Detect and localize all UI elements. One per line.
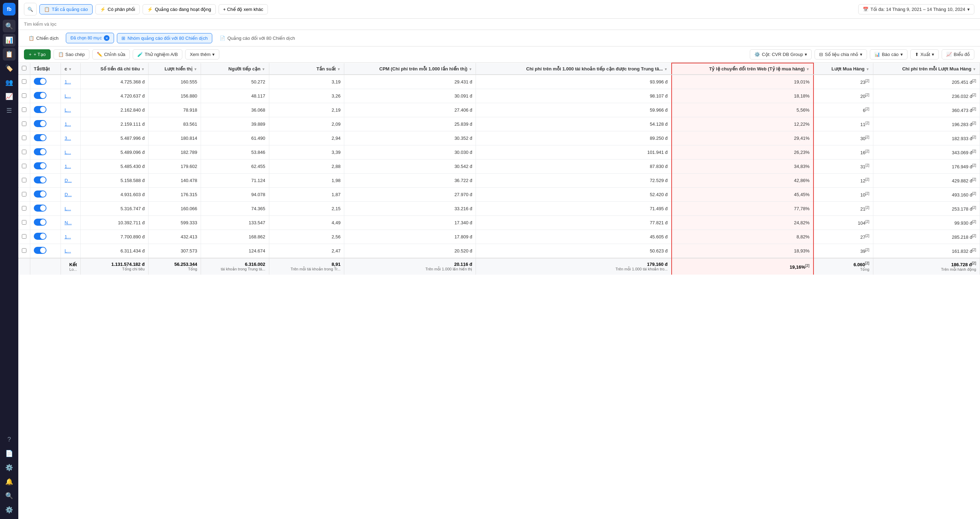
row-checkbox-2[interactable] <box>22 107 26 112</box>
campaign-link-2[interactable]: L... <box>64 107 71 113</box>
sidebar-icon-search2[interactable]: 🔍 <box>3 489 16 502</box>
ab-test-button[interactable]: 🧪 Thử nghiệm A/B <box>133 49 182 59</box>
campaign-link-12[interactable]: L... <box>64 248 71 253</box>
toggle-switch-7[interactable] <box>34 177 46 183</box>
row-checkbox-cell-4[interactable] <box>18 131 30 145</box>
sidebar-icon-analytics[interactable]: 📈 <box>3 90 16 103</box>
sort-spend-icon[interactable]: ▼ <box>141 67 145 71</box>
row-checkbox-0[interactable] <box>22 79 26 84</box>
campaign-link-6[interactable]: 1... <box>64 164 71 169</box>
sort-cpm-icon[interactable]: ▼ <box>469 67 473 71</box>
select-all-header[interactable] <box>18 63 30 75</box>
row-name-7[interactable]: D... <box>61 174 81 188</box>
row-toggle-4[interactable] <box>30 131 61 145</box>
toggle-switch-6[interactable] <box>34 162 46 169</box>
row-toggle-9[interactable] <box>30 202 61 216</box>
row-name-8[interactable]: D... <box>61 188 81 202</box>
column-selector[interactable]: ⚙️ Cột: CVR DB Group ▾ <box>750 49 812 59</box>
row-checkbox-3[interactable] <box>22 121 26 126</box>
sort-purchases-icon[interactable]: ▼ <box>866 67 869 71</box>
sort-cpr-icon[interactable]: ▼ <box>664 67 668 71</box>
campaign-link-5[interactable]: L... <box>64 150 71 155</box>
row-checkbox-cell-0[interactable] <box>18 75 30 89</box>
toggle-switch-0[interactable] <box>34 78 46 85</box>
sidebar-icon-search[interactable]: 🔍 <box>3 20 16 32</box>
campaign-link-3[interactable]: 1... <box>64 121 71 127</box>
select-all-checkbox[interactable] <box>22 66 26 70</box>
row-checkbox-cell-8[interactable] <box>18 188 30 202</box>
row-checkbox-cell-5[interactable] <box>18 145 30 159</box>
row-checkbox-cell-6[interactable] <box>18 159 30 174</box>
sort-name-icon[interactable]: ▼ <box>68 67 72 71</box>
row-name-2[interactable]: L... <box>61 103 81 117</box>
sidebar-icon-settings[interactable]: ⚙️ <box>3 461 16 474</box>
sidebar-icon-gear[interactable]: ⚙️ <box>3 503 16 516</box>
row-checkbox-9[interactable] <box>22 206 26 210</box>
row-checkbox-cell-11[interactable] <box>18 230 30 244</box>
toggle-switch-10[interactable] <box>34 219 46 226</box>
toggle-switch-1[interactable] <box>34 92 46 99</box>
sidebar-icon-docs[interactable]: 📄 <box>3 447 16 460</box>
row-checkbox-7[interactable] <box>22 178 26 182</box>
row-checkbox-5[interactable] <box>22 150 26 154</box>
sort-cvr-icon[interactable]: ▼ <box>806 67 810 71</box>
row-toggle-5[interactable] <box>30 145 61 159</box>
row-toggle-10[interactable] <box>30 216 61 230</box>
sidebar-icon-tags[interactable]: 🏷️ <box>3 62 16 75</box>
row-checkbox-cell-1[interactable] <box>18 89 30 103</box>
campaign-link-8[interactable]: D... <box>64 192 72 197</box>
row-checkbox-12[interactable] <box>22 248 26 253</box>
sidebar-icon-dashboard[interactable]: 📊 <box>3 34 16 46</box>
toggle-switch-11[interactable] <box>34 233 46 240</box>
sort-freq-icon[interactable]: ▼ <box>337 67 341 71</box>
topbar-search-button[interactable]: 🔍 <box>24 3 37 16</box>
btn-all-ads[interactable]: 📋 Tất cả quảng cáo <box>40 4 92 14</box>
campaign-link-11[interactable]: 1... <box>64 234 71 239</box>
sidebar-icon-help[interactable]: ? <box>3 433 16 446</box>
row-checkbox-1[interactable] <box>22 93 26 98</box>
row-checkbox-cell-10[interactable] <box>18 216 30 230</box>
row-toggle-7[interactable] <box>30 174 61 188</box>
row-name-4[interactable]: 3... <box>61 131 81 145</box>
row-name-12[interactable]: L... <box>61 244 81 258</box>
toggle-switch-4[interactable] <box>34 134 46 141</box>
row-toggle-8[interactable] <box>30 188 61 202</box>
sort-cpa-icon[interactable]: ▼ <box>973 67 976 71</box>
toggle-switch-8[interactable] <box>34 191 46 197</box>
report-button[interactable]: 📊 Báo cáo ▾ <box>870 49 907 59</box>
row-name-9[interactable]: L... <box>61 202 81 216</box>
btn-active-ads[interactable]: ⚡ Quảng cáo đang hoạt động <box>143 4 216 14</box>
row-name-1[interactable]: L... <box>61 89 81 103</box>
create-button[interactable]: + + Tạo <box>24 49 51 59</box>
metrics-breakdown[interactable]: ⊟ Số liệu chia nhỏ ▾ <box>815 49 867 59</box>
toggle-switch-5[interactable] <box>34 148 46 155</box>
chart-button[interactable]: 📈 Biểu đồ <box>942 49 974 59</box>
row-name-11[interactable]: 1... <box>61 230 81 244</box>
campaign-link-4[interactable]: 3... <box>64 135 71 141</box>
row-checkbox-11[interactable] <box>22 234 26 239</box>
sidebar-icon-audience[interactable]: 👥 <box>3 76 16 89</box>
tab-adgroups[interactable]: ⊞ Nhóm quảng cáo đối với 80 Chiến dịch <box>117 33 212 43</box>
sort-impressions-icon[interactable]: ▼ <box>194 67 197 71</box>
copy-button[interactable]: 📋 Sao chép <box>54 49 89 59</box>
sidebar-icon-notifications[interactable]: 🔔 <box>3 475 16 488</box>
row-name-6[interactable]: 1... <box>61 159 81 174</box>
tab-ads[interactable]: 📄 Quảng cáo đối với 80 Chiến dịch <box>215 33 299 43</box>
btn-more-views[interactable]: + Chế độ xem khác <box>219 4 268 14</box>
row-checkbox-10[interactable] <box>22 220 26 224</box>
sidebar-icon-menu[interactable]: ☰ <box>3 104 16 117</box>
row-toggle-1[interactable] <box>30 89 61 103</box>
row-name-10[interactable]: N... <box>61 216 81 230</box>
date-range[interactable]: 📅 Tối đa: 14 Tháng 9, 2021 – 14 Tháng 10… <box>858 4 974 14</box>
row-checkbox-4[interactable] <box>22 135 26 140</box>
row-checkbox-cell-7[interactable] <box>18 174 30 188</box>
row-name-0[interactable]: 1... <box>61 75 81 89</box>
row-toggle-6[interactable] <box>30 159 61 174</box>
row-toggle-12[interactable] <box>30 244 61 258</box>
sort-reach-icon[interactable]: ▼ <box>262 67 266 71</box>
campaign-link-0[interactable]: 1... <box>64 79 71 84</box>
row-toggle-11[interactable] <box>30 230 61 244</box>
campaign-link-9[interactable]: L... <box>64 206 71 211</box>
row-checkbox-cell-2[interactable] <box>18 103 30 117</box>
tab-campaign[interactable]: 📋 Chiến dịch <box>24 33 63 43</box>
